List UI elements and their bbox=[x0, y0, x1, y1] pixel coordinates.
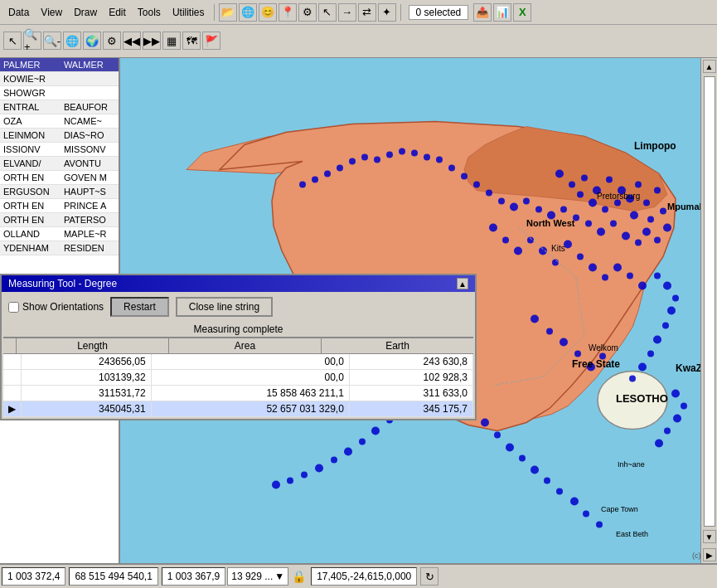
select-arrow-icon[interactable]: ↖ bbox=[3, 32, 22, 50]
zoom-label: 13 929 ... bbox=[231, 571, 273, 582]
svg-point-76 bbox=[539, 247, 547, 255]
scroll-up-arrow[interactable]: ▲ bbox=[703, 60, 716, 73]
svg-point-85 bbox=[481, 419, 489, 427]
svg-point-53 bbox=[589, 264, 597, 272]
restart-button[interactable]: Restart bbox=[110, 297, 169, 317]
svg-point-7 bbox=[606, 177, 613, 183]
cursor-icon[interactable]: ↖ bbox=[318, 3, 337, 22]
svg-point-29 bbox=[560, 207, 567, 213]
pan-globe-icon[interactable]: 🌐 bbox=[63, 32, 81, 50]
arrow-icon[interactable]: → bbox=[338, 3, 356, 22]
grid-icon[interactable]: ⚙ bbox=[298, 3, 317, 22]
export-icon[interactable]: 📤 bbox=[473, 3, 492, 22]
left-cell-col1: YDENHAM bbox=[0, 241, 61, 255]
svg-text:Cape Town: Cape Town bbox=[601, 505, 638, 513]
svg-text:LESOTHO: LESOTHO bbox=[616, 392, 668, 405]
left-cell-col2: RESIDEN bbox=[61, 241, 119, 255]
transfer-icon[interactable]: ⇄ bbox=[358, 3, 376, 22]
svg-point-100 bbox=[359, 439, 366, 445]
svg-point-17 bbox=[630, 211, 638, 220]
left-cell-col1: ORTH EN bbox=[0, 213, 61, 227]
back-icon[interactable]: ◀◀ bbox=[123, 32, 141, 50]
flag-icon[interactable]: 🚩 bbox=[202, 32, 220, 50]
col-area-header: Area bbox=[169, 338, 322, 353]
svg-point-5 bbox=[581, 175, 588, 182]
zoom-out-icon[interactable]: 🔍- bbox=[43, 32, 61, 50]
menu-draw[interactable]: Draw bbox=[69, 5, 102, 20]
svg-point-36 bbox=[473, 182, 480, 188]
table-icon[interactable]: ▦ bbox=[162, 32, 181, 50]
row-length: 243656,05 bbox=[22, 354, 152, 370]
map-pin-icon[interactable]: 🗺 bbox=[182, 32, 201, 50]
chart-icon[interactable]: 📊 bbox=[493, 3, 511, 22]
excel-icon[interactable]: X bbox=[513, 3, 531, 22]
left-cell-col2 bbox=[61, 72, 119, 86]
left-cell-col1: LEINMON bbox=[0, 129, 61, 143]
left-cell-col2: AVONTU bbox=[61, 157, 119, 171]
status-bar: 1 003 372,4 68 515 494 540,1 1 003 367,9… bbox=[0, 563, 717, 588]
settings-icon[interactable]: ⚙ bbox=[103, 32, 121, 50]
right-scrollbar[interactable]: ▲ ▼ ▶ bbox=[700, 58, 717, 563]
svg-point-60 bbox=[672, 295, 679, 302]
selected-count: 0 selected bbox=[409, 5, 469, 20]
status-rotate-icon[interactable]: ↻ bbox=[420, 567, 438, 586]
left-cell-col1: ERGUSON bbox=[0, 185, 61, 199]
svg-point-38 bbox=[448, 165, 455, 172]
svg-text:Kits: Kits bbox=[551, 244, 565, 253]
left-table: PALMERWALMERKOWIE~RSHOWGRENTRALBEAUFOROZ… bbox=[0, 58, 119, 255]
measure-dialog: Measuring Tool - Degree ▲ Show Orientati… bbox=[0, 274, 477, 420]
row-area: 00,0 bbox=[151, 354, 349, 370]
scroll-track[interactable] bbox=[704, 76, 715, 527]
left-cell-col2: NCAME~ bbox=[61, 114, 119, 129]
row-earth: 102 928,3 bbox=[349, 370, 472, 386]
svg-point-27 bbox=[585, 221, 592, 227]
scroll-down-arrow[interactable]: ▼ bbox=[703, 530, 716, 543]
expand-arrow[interactable]: ▶ bbox=[703, 548, 716, 561]
menu-utilities[interactable]: Utilities bbox=[167, 5, 210, 20]
pin-icon[interactable]: 📍 bbox=[279, 3, 297, 22]
left-cell-col2: GOVEN M bbox=[61, 171, 119, 185]
svg-point-43 bbox=[386, 152, 393, 158]
svg-point-9 bbox=[635, 182, 642, 188]
measure-row: 103139,3200,0102 928,3 bbox=[3, 370, 473, 386]
zoom-dropdown[interactable]: 13 929 ... ▼ bbox=[227, 567, 288, 586]
open-icon[interactable]: 📂 bbox=[219, 3, 237, 22]
svg-point-78 bbox=[530, 315, 539, 323]
svg-point-31 bbox=[535, 207, 542, 213]
svg-point-41 bbox=[411, 150, 418, 157]
star-icon[interactable]: ✦ bbox=[378, 3, 396, 22]
svg-point-91 bbox=[556, 488, 563, 495]
menu-edit[interactable]: Edit bbox=[104, 5, 131, 20]
svg-point-101 bbox=[344, 448, 352, 456]
status-field-3: 1 003 367,9 bbox=[162, 567, 225, 586]
zoom-globe-icon[interactable]: 🌍 bbox=[83, 32, 101, 50]
svg-point-103 bbox=[315, 464, 323, 473]
face-icon[interactable]: 😊 bbox=[259, 3, 277, 22]
forward-icon[interactable]: ▶▶ bbox=[143, 32, 161, 50]
svg-point-62 bbox=[662, 323, 669, 329]
svg-point-21 bbox=[654, 237, 661, 244]
menu-data[interactable]: Data bbox=[3, 5, 34, 20]
svg-point-12 bbox=[654, 187, 661, 194]
svg-point-32 bbox=[523, 198, 530, 205]
close-line-button[interactable]: Close line string bbox=[176, 297, 273, 317]
zoom-in-icon[interactable]: 🔍+ bbox=[23, 32, 41, 50]
menu-view[interactable]: View bbox=[36, 5, 67, 20]
globe-icon[interactable]: 🌐 bbox=[239, 3, 257, 22]
svg-point-99 bbox=[371, 427, 380, 435]
show-orientations-checkbox[interactable] bbox=[8, 302, 19, 313]
menu-tools[interactable]: Tools bbox=[133, 5, 166, 20]
toolbar-row1: Data View Draw Edit Tools Utilities 📂 🌐 … bbox=[0, 0, 717, 25]
svg-point-44 bbox=[374, 157, 380, 163]
status-field-1: 1 003 372,4 bbox=[2, 567, 65, 586]
svg-point-74 bbox=[514, 247, 522, 255]
svg-point-72 bbox=[489, 224, 497, 232]
lock-icon: 🔒 bbox=[292, 570, 306, 583]
expand-button[interactable]: ▲ bbox=[457, 278, 468, 289]
svg-point-79 bbox=[546, 328, 553, 335]
left-cell-col2: DIAS~RO bbox=[61, 129, 119, 143]
measure-row: 311531,7215 858 463 211,1311 633,0 bbox=[3, 386, 473, 401]
svg-point-58 bbox=[654, 273, 661, 279]
svg-point-90 bbox=[544, 478, 550, 484]
svg-point-23 bbox=[635, 240, 642, 246]
